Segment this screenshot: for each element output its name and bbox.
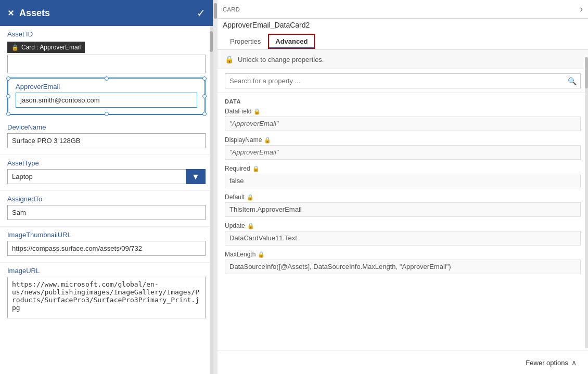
left-panel: ✕ Assets ✓ Asset ID 🔒 Card : ApproverEma…: [0, 0, 213, 374]
close-icon[interactable]: ✕: [7, 8, 14, 18]
prop-value-datafield: "ApproverEmail": [225, 117, 581, 131]
left-scrollbar[interactable]: [210, 26, 213, 374]
approver-email-section: ApproverEmail: [7, 78, 206, 115]
card-section-label: CARD: [223, 6, 240, 12]
property-search-input[interactable]: [225, 73, 581, 88]
imagethumbnailurl-label: ImageThumbnailURL: [7, 231, 206, 239]
prop-row-required: Required 🔒 false: [225, 165, 581, 188]
data-section-header: DATA: [225, 93, 581, 108]
panel-title: Assets: [19, 8, 50, 19]
left-body: Asset ID 🔒 Card : ApproverEmail Approver…: [0, 26, 213, 374]
unlock-lock-icon: 🔒: [225, 55, 234, 63]
assetid-label: Asset ID: [7, 30, 206, 38]
fewer-options-label: Fewer options: [526, 359, 568, 367]
card-name: ApproverEmail_DataCard2: [218, 19, 588, 33]
imagethumbnailurl-input[interactable]: [7, 241, 206, 256]
resize-handle-mr[interactable]: [202, 94, 207, 98]
imageurl-textarea[interactable]: https://www.microsoft.com/global/en-us/n…: [7, 277, 206, 318]
right-footer: Fewer options ∧: [218, 351, 588, 374]
prop-label-required: Required 🔒: [225, 165, 581, 172]
prop-row-maxlength: MaxLength 🔒 DataSourceInfo([@Assets], Da…: [225, 251, 581, 274]
tooltip-text: Card : ApproverEmail: [21, 44, 81, 51]
prop-value-required: false: [225, 174, 581, 188]
tab-advanced[interactable]: Advanced: [268, 34, 315, 49]
prop-value-displayname: "ApproverEmail": [225, 145, 581, 160]
resize-handle-tl[interactable]: [6, 76, 10, 81]
imageurl-section: ImageURL https://www.microsoft.com/globa…: [0, 263, 213, 326]
prop-label-update: Update 🔒: [225, 222, 581, 229]
prop-lock-maxlength: 🔒: [258, 251, 265, 258]
resize-handle-br[interactable]: [202, 112, 207, 116]
tabs-row: Properties Advanced: [218, 33, 588, 50]
prop-value-maxlength: DataSourceInfo([@Assets], DataSourceInfo…: [225, 260, 581, 274]
prop-lock-default: 🔒: [247, 194, 254, 201]
assettype-label: AssetType: [7, 159, 206, 167]
unlock-bar: 🔒 Unlock to change properties.: [218, 50, 588, 69]
resize-handle-bl[interactable]: [6, 112, 10, 116]
prop-label-displayname: DisplayName 🔒: [225, 136, 581, 144]
assetid-section: Asset ID 🔒 Card : ApproverEmail: [0, 26, 213, 73]
resize-handle-tr[interactable]: [202, 76, 207, 81]
prop-lock-required: 🔒: [252, 165, 260, 172]
left-header: ✕ Assets ✓: [0, 0, 213, 26]
approver-email-input[interactable]: [16, 93, 197, 108]
chevron-up-icon: ∧: [571, 358, 577, 367]
panel-title-group: ✕ Assets: [7, 8, 50, 19]
assignedto-input[interactable]: [7, 205, 206, 220]
prop-row-datafield: DataField 🔒 "ApproverEmail": [225, 108, 581, 131]
devicename-label: DeviceName: [7, 123, 206, 131]
imagethumbnailurl-section: ImageThumbnailURL: [0, 227, 213, 263]
resize-handle-bm[interactable]: [105, 112, 109, 116]
assignedto-label: AssignedTo: [7, 195, 206, 203]
assettype-select[interactable]: Laptop Desktop Tablet: [7, 169, 206, 184]
prop-lock-datafield: 🔒: [253, 108, 261, 115]
prop-row-displayname: DisplayName 🔒 "ApproverEmail": [225, 136, 581, 160]
right-panel: CARD › ApproverEmail_DataCard2 Propertie…: [218, 0, 588, 374]
right-scrollbar[interactable]: [585, 57, 588, 348]
prop-lock-displayname: 🔒: [264, 137, 271, 144]
assettype-select-wrapper: Laptop Desktop Tablet ▼: [7, 169, 206, 184]
vertical-scrollbar[interactable]: [213, 0, 218, 374]
prop-label-maxlength: MaxLength 🔒: [225, 251, 581, 258]
search-icon: 🔍: [568, 77, 577, 85]
prop-row-update: Update 🔒 DataCardValue11.Text: [225, 222, 581, 246]
devicename-input[interactable]: [7, 133, 206, 148]
prop-value-default: ThisItem.ApproverEmail: [225, 202, 581, 217]
fewer-options-button[interactable]: Fewer options ∧: [521, 356, 581, 369]
tooltip-box: 🔒 Card : ApproverEmail: [7, 42, 85, 53]
check-icon[interactable]: ✓: [197, 7, 206, 19]
prop-label-datafield: DataField 🔒: [225, 108, 581, 115]
unlock-text: Unlock to change properties.: [238, 56, 324, 63]
right-top-bar: CARD ›: [218, 0, 588, 19]
imageurl-label: ImageURL: [7, 267, 206, 275]
right-content: DATA DataField 🔒 "ApproverEmail" Display…: [218, 93, 588, 374]
search-bar-row: 🔍: [218, 69, 588, 93]
prop-value-update: DataCardValue11.Text: [225, 231, 581, 246]
devicename-section: DeviceName: [0, 119, 213, 155]
assettype-section: AssetType Laptop Desktop Tablet ▼: [0, 155, 213, 191]
prop-row-default: Default 🔒 ThisItem.ApproverEmail: [225, 194, 581, 217]
assignedto-section: AssignedTo: [0, 191, 213, 227]
nav-arrow-icon[interactable]: ›: [580, 4, 583, 15]
tooltip-lock-icon: 🔒: [11, 44, 19, 51]
resize-handle-ml[interactable]: [6, 94, 10, 98]
prop-lock-update: 🔒: [247, 223, 254, 229]
resize-handle-tm[interactable]: [105, 76, 109, 81]
tab-properties[interactable]: Properties: [223, 33, 268, 49]
prop-label-default: Default 🔒: [225, 194, 581, 201]
approver-email-label: ApproverEmail: [16, 83, 197, 91]
